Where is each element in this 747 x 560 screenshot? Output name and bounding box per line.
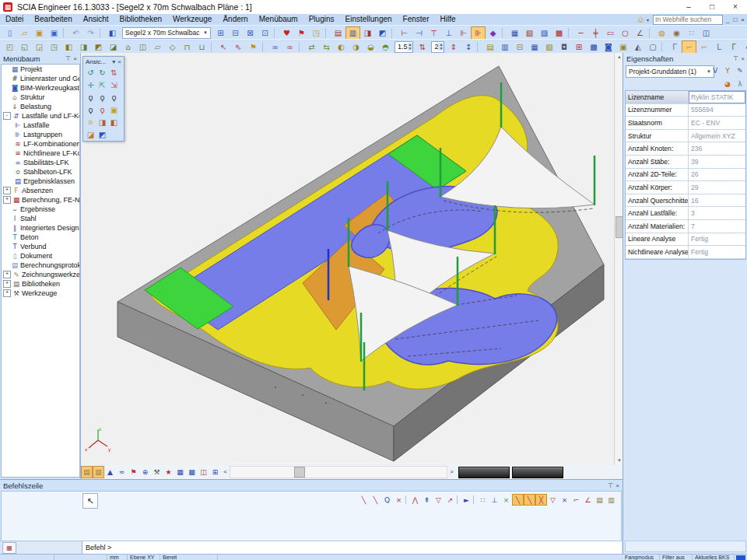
center-icon[interactable]: ◆ bbox=[486, 26, 500, 40]
close-icon[interactable]: × bbox=[741, 55, 745, 62]
rotate-right-icon[interactable]: ↻ bbox=[96, 67, 108, 78]
member-support-icon[interactable]: ⊥ bbox=[441, 26, 456, 40]
snap-arrow-icon[interactable]: ⇞ bbox=[421, 494, 433, 506]
pin-icon[interactable]: ⊤ bbox=[608, 482, 613, 489]
sidebar-item-ergebnisklassen[interactable]: ▤Ergebnisklassen bbox=[2, 177, 79, 186]
ucs-view-icon[interactable]: ⊞ bbox=[209, 466, 221, 478]
dimension-icon[interactable]: ╪ bbox=[588, 26, 603, 40]
zoom-out-icon[interactable]: ϙ bbox=[96, 92, 108, 103]
doc-icon-8[interactable]: ▩ bbox=[586, 40, 601, 54]
section-icon-9[interactable]: ⌂ bbox=[121, 40, 135, 54]
project-manager-icon[interactable]: ◧ bbox=[105, 26, 120, 40]
doc-icon-3[interactable]: ⊟ bbox=[512, 40, 527, 54]
menu-item-ndern[interactable]: Ändern bbox=[217, 14, 253, 25]
status-cell-mm[interactable]: mm bbox=[107, 555, 128, 560]
section-view-icon[interactable]: ◫ bbox=[198, 466, 209, 478]
sidebar-item-lastgruppen[interactable]: ⊪Lastgruppen bbox=[2, 130, 79, 139]
snap-angle-icon[interactable]: ∠ bbox=[582, 494, 594, 506]
table-row[interactable]: Anzahl Stäbe:39 bbox=[626, 156, 745, 169]
pie-chart-icon[interactable]: ◕ bbox=[722, 79, 733, 89]
table-row[interactable]: StrukturAllgemein XYZ bbox=[626, 130, 745, 143]
cross-green-icon[interactable]: × bbox=[500, 494, 512, 506]
doc-icon-7[interactable]: ⊞ bbox=[571, 40, 586, 54]
collapse-icon[interactable]: ▾ bbox=[112, 58, 115, 65]
model-viewport-3d[interactable]: z x y Ansic... ▾ × ↺↻⇅✛⇱⇲ϙϙϙϙϙ▣☼◨◧◪◩ ▲ ▼ bbox=[80, 53, 623, 479]
chart-view-icon[interactable]: ≈ bbox=[116, 466, 128, 478]
activity-icon[interactable]: ▥ bbox=[345, 26, 360, 40]
tree-expander-icon[interactable]: - bbox=[3, 112, 11, 120]
mdi-close-button[interactable]: × bbox=[741, 16, 745, 23]
sidebar-item-bibliotheken[interactable]: +▤Bibliotheken bbox=[2, 279, 79, 289]
doc-icon-4[interactable]: ▦ bbox=[527, 40, 542, 54]
menu-item-bearbeiten[interactable]: Bearbeiten bbox=[29, 14, 77, 25]
sidebar-item-verbund[interactable]: TVerbund bbox=[2, 242, 79, 251]
table-row[interactable]: Anzahl Körper:29 bbox=[626, 181, 745, 194]
menu-item-ansicht[interactable]: Ansicht bbox=[78, 14, 114, 25]
calc-icon[interactable]: ▦ bbox=[507, 26, 522, 40]
sidebar-item-bimwerkzeugkasten[interactable]: ◙BIM-Werkzeugkasten bbox=[2, 83, 79, 93]
menu-item-werkzeuge[interactable]: Werkzeuge bbox=[167, 14, 217, 25]
menu-item-datei[interactable]: Datei bbox=[0, 14, 29, 25]
print-icon[interactable]: ▤ bbox=[594, 494, 605, 506]
mdi-minimize-button[interactable]: _ bbox=[726, 16, 730, 23]
phase-icon-1[interactable]: ◐ bbox=[334, 40, 349, 54]
member-1d-icon[interactable]: ⊢ bbox=[397, 26, 412, 40]
new-project-icon[interactable]: ▯ bbox=[2, 26, 17, 40]
circle-icon[interactable]: ○ bbox=[618, 26, 633, 40]
ortho-icon[interactable]: ⊥ bbox=[489, 494, 500, 506]
menu-item-plugins[interactable]: Plugins bbox=[303, 14, 340, 25]
section-icon-10[interactable]: ◫ bbox=[135, 40, 150, 54]
scale-ref-icon[interactable]: ⇅ bbox=[415, 40, 430, 54]
light-icon[interactable]: ☼ bbox=[85, 117, 96, 128]
member-load-icon[interactable]: ⊩ bbox=[456, 26, 471, 40]
ruler-icon[interactable]: ⇕ bbox=[446, 40, 461, 54]
view-corner2-icon[interactable]: ⇲ bbox=[108, 79, 120, 90]
pan-icon[interactable]: ✛ bbox=[85, 79, 96, 90]
doc-icon-6[interactable]: ◘ bbox=[556, 40, 571, 54]
tree-expander-icon[interactable]: + bbox=[3, 289, 11, 297]
redo-icon[interactable]: ↷ bbox=[83, 26, 98, 40]
line-icon[interactable]: ─ bbox=[573, 26, 588, 40]
snap-curve-icon[interactable]: Q bbox=[381, 494, 393, 506]
save-all-icon[interactable]: ▣ bbox=[47, 26, 61, 40]
link-icon[interactable]: ∞ bbox=[268, 40, 282, 54]
sidebar-item-lastflleundlfkombinatic[interactable]: -⇵Lastfälle und LF-Kombinatic bbox=[2, 111, 79, 121]
snap-int-icon[interactable]: ╳ bbox=[535, 494, 547, 506]
sidebar-item-berechnungfenetz[interactable]: +▦Berechnung, FE-Netz bbox=[2, 195, 79, 205]
table-row[interactable]: Anzahl 2D-Teile:26 bbox=[626, 169, 745, 182]
flag-red-icon[interactable]: ⚑ bbox=[246, 40, 261, 54]
close-icon[interactable]: × bbox=[117, 58, 121, 65]
sidebar-item-zeichnungswerkzeuge[interactable]: +✎Zeichnungswerkzeuge bbox=[2, 270, 79, 279]
phase-icon-3[interactable]: ◒ bbox=[363, 40, 378, 54]
tree-expander-icon[interactable]: + bbox=[3, 187, 11, 194]
tree-expander-icon[interactable]: + bbox=[3, 196, 11, 204]
section-icon-12[interactable]: ◇ bbox=[165, 40, 180, 54]
filter-funnel-icon[interactable]: Y bbox=[722, 65, 733, 75]
befehlszeile-body[interactable]: ↖ ╲╲Q×⋀⇞▽↗►∷⊥×╲╲╳▽×⌐∠▤▥ bbox=[1, 491, 622, 541]
section-icon-1[interactable]: ◰ bbox=[2, 40, 17, 54]
scroll-right-button[interactable]: > bbox=[447, 467, 456, 478]
layer-next-icon[interactable]: ▥ bbox=[93, 466, 104, 478]
maximize-button[interactable]: □ bbox=[700, 0, 724, 14]
section-icon-5[interactable]: ◧ bbox=[61, 40, 76, 54]
view-corner-icon[interactable]: ⇱ bbox=[96, 79, 108, 90]
snap-ref-icon[interactable]: ⌐ bbox=[570, 494, 582, 506]
cursor-select-icon[interactable]: ► bbox=[461, 494, 472, 506]
section-icon-8[interactable]: ◪ bbox=[106, 40, 121, 54]
section-icon-6[interactable]: ◨ bbox=[76, 40, 91, 54]
menu-item-bibliotheken[interactable]: Bibliotheken bbox=[114, 14, 167, 25]
help-smiley-icon[interactable]: ☺ bbox=[637, 15, 645, 24]
sidebar-item-linienrasterundgeschosse[interactable]: #Linienraster und Geschosse bbox=[2, 74, 79, 83]
close-icon[interactable]: × bbox=[615, 482, 619, 489]
table-row[interactable]: Anzahl Querschnitte:16 bbox=[626, 194, 745, 208]
status-cell-aktuellesbks[interactable]: Aktuelles BKS bbox=[693, 555, 735, 560]
pin-icon[interactable]: ⊤ bbox=[65, 55, 71, 62]
zoom-selection-icon[interactable]: ϙ bbox=[96, 104, 108, 115]
snap-perp-icon[interactable]: ▽ bbox=[547, 494, 559, 506]
section-icon-11[interactable]: ▱ bbox=[150, 40, 165, 54]
sidebar-item-dokument[interactable]: ▯Dokument bbox=[2, 251, 79, 261]
clipping-box-icon[interactable]: ◪ bbox=[85, 129, 96, 140]
doc-icon-10[interactable]: ▣ bbox=[615, 40, 630, 54]
sidebar-item-nichtlinearelfkombin[interactable]: ≌Nichtlineare LF-Kombin bbox=[2, 149, 79, 158]
zoom-all-icon[interactable]: ϙ bbox=[85, 104, 96, 115]
